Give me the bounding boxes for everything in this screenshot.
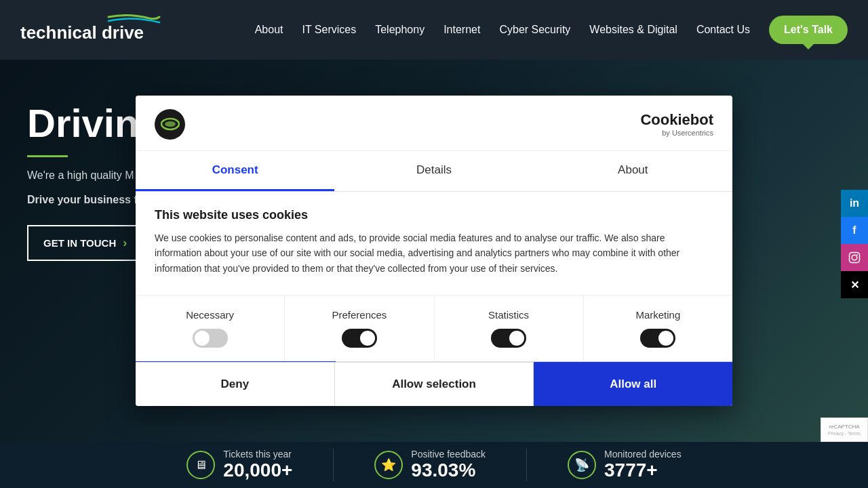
category-preferences: Preferences — [285, 296, 434, 361]
statistics-toggle[interactable] — [491, 329, 526, 348]
category-necessary: Necessary — [136, 296, 285, 361]
preferences-toggle[interactable] — [342, 329, 377, 348]
cookie-categories: Necessary Preferences Statistics Marketi… — [136, 295, 732, 361]
cookie-description: We use cookies to personalise content an… — [155, 230, 713, 276]
tab-details[interactable]: Details — [334, 151, 533, 191]
marketing-toggle[interactable] — [640, 329, 675, 348]
cookie-tabs: Consent Details About — [136, 151, 732, 192]
marketing-label: Marketing — [635, 309, 680, 321]
necessary-toggle[interactable] — [193, 329, 228, 348]
svg-point-5 — [165, 121, 176, 127]
site-logo-icon — [155, 109, 185, 140]
modal-header: Cookiebot by Usercentrics — [136, 96, 732, 151]
preferences-label: Preferences — [332, 309, 387, 321]
allow-selection-button[interactable]: Allow selection — [335, 362, 534, 406]
tab-consent[interactable]: Consent — [136, 151, 334, 191]
necessary-toggle-thumb — [195, 331, 210, 346]
necessary-label: Necessary — [186, 309, 234, 321]
modal-body: This website uses cookies We use cookies… — [136, 192, 732, 292]
cookie-modal-overlay: Cookiebot by Usercentrics Consent Detail… — [0, 0, 868, 488]
cookiebot-brand: Cookiebot — [640, 111, 713, 129]
statistics-toggle-thumb — [509, 331, 524, 346]
marketing-toggle-thumb — [658, 331, 673, 346]
category-statistics: Statistics — [435, 296, 584, 361]
allow-all-button[interactable]: Allow all — [534, 362, 732, 406]
cookie-title: This website uses cookies — [155, 208, 713, 222]
cookiebot-logo: Cookiebot by Usercentrics — [640, 111, 713, 137]
deny-button[interactable]: Deny — [136, 362, 335, 406]
category-marketing: Marketing — [584, 296, 732, 361]
cookie-modal: Cookiebot by Usercentrics Consent Detail… — [136, 96, 732, 406]
modal-footer: Deny Allow selection Allow all — [136, 361, 732, 406]
statistics-label: Statistics — [488, 309, 529, 321]
preferences-toggle-thumb — [360, 331, 375, 346]
cookiebot-sub: by Usercentrics — [662, 129, 713, 137]
footer-buttons: Deny Allow selection Allow all — [136, 362, 732, 406]
tab-about[interactable]: About — [534, 151, 732, 191]
